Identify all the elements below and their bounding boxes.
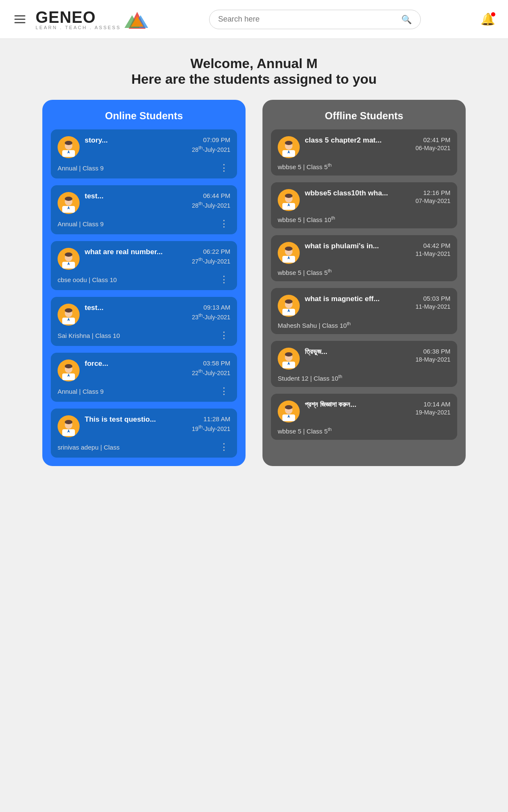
card-top: test... 09:13 AM 23th-July-2021 [58,304,230,326]
search-icon: 🔍 [401,14,412,25]
more-options-button[interactable]: ⋮ [218,330,230,341]
card-student: Annual | Class 9 [58,165,104,172]
more-options-button[interactable]: ⋮ [218,274,230,285]
card-student: wbbse 5 | Class 10th [278,215,335,223]
avatar [58,415,80,437]
card-student: wbbse 5 | Class 5th [278,268,331,276]
notification-dot [491,12,495,16]
card-title-row: প্রশ্ন জিজ্ঞাসা করুন... 10:14 AM [305,401,450,409]
student-card[interactable]: what are real number... 06:22 PM 27th-Ju… [51,241,237,290]
student-card[interactable]: test... 09:13 AM 23th-July-2021 Sai Kris… [51,297,237,346]
more-options-button[interactable]: ⋮ [218,442,230,453]
card-title: test... [85,192,200,200]
card-student: wbbse 5 | Class 5th [278,162,331,170]
avatar [278,401,300,422]
card-date: 28th-July-2021 [85,145,230,153]
card-time: 05:03 PM [423,295,450,302]
avatar [278,348,300,370]
student-card[interactable]: This is test questio... 11:28 AM 19th-Ju… [51,409,237,458]
student-card[interactable]: wbbse5 class10th wha... 12:16 PM 07-May-… [271,182,457,228]
card-info: what is magnetic eff... 05:03 PM 11-May-… [305,295,450,310]
card-time: 09:13 AM [204,304,230,311]
card-time: 06:44 PM [203,192,230,199]
card-time: 10:14 AM [424,401,450,408]
card-bottom: wbbse 5 | Class 5th [278,427,450,435]
card-bottom: Student 12 | Class 10th [278,374,450,382]
card-top: wbbse5 class10th wha... 12:16 PM 07-May-… [278,189,450,211]
card-top: what are real number... 06:22 PM 27th-Ju… [58,248,230,270]
student-card[interactable]: what is magnetic eff... 05:03 PM 11-May-… [271,288,457,334]
svg-point-38 [285,141,293,145]
card-title-row: test... 09:13 AM [85,304,230,312]
card-info: what is phulami's in... 04:42 PM 11-May-… [305,242,450,257]
offline-cards-container: class 5 chapter2 mat... 02:41 PM 06-May-… [262,129,466,440]
card-info: what are real number... 06:22 PM 27th-Ju… [85,248,230,265]
card-top: This is test questio... 11:28 AM 19th-Ju… [58,415,230,437]
card-info: story... 07:09 PM 28th-July-2021 [85,136,230,153]
card-time: 11:28 AM [204,415,230,422]
card-title-row: This is test questio... 11:28 AM [85,415,230,424]
student-card[interactable]: প্রশ্ন জিজ্ঞাসা করুন... 10:14 AM 19-May-… [271,394,457,440]
student-card[interactable]: ত্রিভুজ... 06:38 PM 18-May-2021 Student … [271,341,457,387]
header: GENEO LEARN . TEACH . ASSESS 🔍 🔔 [0,0,508,39]
card-date: 06-May-2021 [305,145,450,151]
svg-point-33 [65,420,72,424]
card-bottom: wbbse 5 | Class 5th [278,268,450,276]
svg-point-23 [65,308,72,313]
card-time: 06:22 PM [203,248,230,255]
more-options-button[interactable]: ⋮ [218,162,230,173]
search-box: 🔍 [209,10,421,29]
card-top: force... 03:58 PM 22th-July-2021 [58,359,230,381]
card-bottom: Mahesh Sahu | Class 10th [278,321,450,329]
welcome-line2: Here are the students assigned to you [0,71,508,87]
card-student: Annual | Class 9 [58,220,104,228]
avatar [278,242,300,264]
card-bottom: Annual | Class 9 ⋮ [58,162,230,173]
search-input[interactable] [218,15,401,24]
card-top: what is magnetic eff... 05:03 PM 11-May-… [278,295,450,317]
welcome-section: Welcome, Annual M Here are the students … [0,39,508,100]
card-title: প্রশ্ন জিজ্ঞাসা করুন... [305,401,420,409]
card-date: 28th-July-2021 [85,200,230,209]
card-title-row: class 5 chapter2 mat... 02:41 PM [305,136,450,145]
card-date: 22th-July-2021 [85,368,230,376]
card-title: ত্রিভুজ... [305,348,420,356]
card-time: 04:42 PM [423,242,450,249]
online-panel-title: Online Students [42,100,246,129]
svg-point-13 [65,197,72,201]
card-student: cbse oodu | Class 10 [58,276,117,283]
card-title: what are real number... [85,248,200,256]
notification-bell[interactable]: 🔔 [480,12,495,26]
card-top: class 5 chapter2 mat... 02:41 PM 06-May-… [278,136,450,158]
student-card[interactable]: what is phulami's in... 04:42 PM 11-May-… [271,235,457,281]
header-icons: 🔔 [480,12,495,26]
card-time: 07:09 PM [203,136,230,143]
hamburger-menu[interactable] [13,14,27,25]
card-bottom: Sai Krishna | Class 10 ⋮ [58,330,230,341]
online-cards-container: story... 07:09 PM 28th-July-2021 Annual … [42,129,246,458]
more-options-button[interactable]: ⋮ [218,218,230,229]
svg-point-63 [285,405,293,409]
card-student: Annual | Class 9 [58,388,104,395]
card-top: test... 06:44 PM 28th-July-2021 [58,192,230,214]
card-student: srinivas adepu | Class [58,444,119,451]
card-title: what is magnetic eff... [305,295,420,303]
welcome-line1: Welcome, Annual M [0,56,508,71]
avatar [58,136,80,158]
card-time: 02:41 PM [423,136,450,143]
card-info: ত্রিভুজ... 06:38 PM 18-May-2021 [305,348,450,363]
svg-point-28 [65,364,72,368]
offline-students-panel: Offline Students class 5 chapter2 mat...… [262,100,466,466]
student-card[interactable]: force... 03:58 PM 22th-July-2021 Annual … [51,353,237,402]
main-content: Online Students story... 07:09 PM 28th-J… [0,100,508,491]
logo-text: GENEO [36,8,96,26]
card-title-row: test... 06:44 PM [85,192,230,200]
student-card[interactable]: test... 06:44 PM 28th-July-2021 Annual |… [51,185,237,234]
card-bottom: Annual | Class 9 ⋮ [58,218,230,229]
card-title: test... [85,304,200,312]
student-card[interactable]: story... 07:09 PM 28th-July-2021 Annual … [51,129,237,178]
more-options-button[interactable]: ⋮ [218,386,230,397]
card-time: 12:16 PM [423,189,450,196]
offline-panel-title: Offline Students [262,100,466,129]
student-card[interactable]: class 5 chapter2 mat... 02:41 PM 06-May-… [271,129,457,176]
